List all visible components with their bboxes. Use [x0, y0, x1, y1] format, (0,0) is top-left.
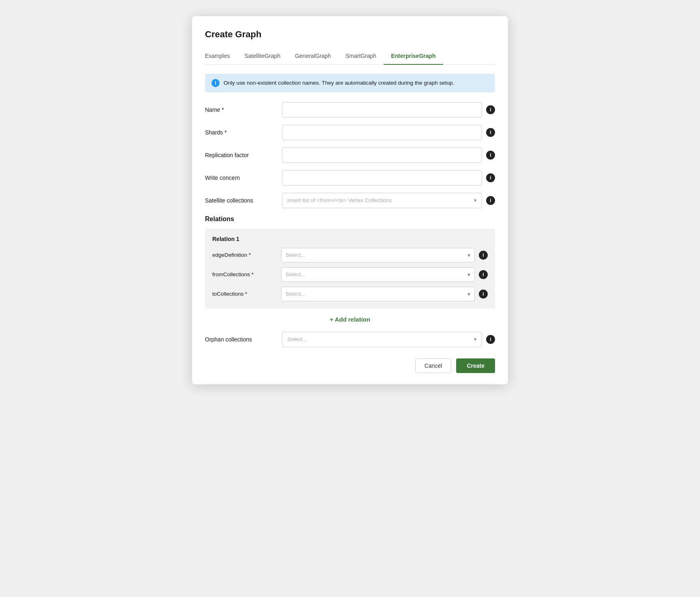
name-input[interactable] — [282, 102, 482, 117]
to-collections-select[interactable]: Select... ▾ — [281, 287, 475, 301]
replication-input[interactable] — [282, 147, 482, 163]
orphan-placeholder: Select... — [287, 336, 307, 342]
orphan-select-wrap: Select... ▾ i — [282, 332, 495, 347]
write-concern-label: Write concern — [205, 175, 282, 181]
satellite-select[interactable]: Insert list of <from>/<to> Vertex Collec… — [282, 193, 482, 208]
write-concern-field-row: Write concern i — [205, 170, 495, 185]
orphan-select[interactable]: Select... ▾ — [282, 332, 482, 347]
edge-definition-row: edgeDefinition * Select... ▾ i — [212, 248, 488, 262]
tab-examples[interactable]: Examples — [205, 49, 237, 65]
from-collections-placeholder: Select... — [286, 271, 305, 277]
tab-general[interactable]: GeneralGraph — [288, 49, 338, 65]
from-collections-select[interactable]: Select... ▾ — [281, 267, 475, 282]
from-collections-label: fromCollections * — [212, 271, 281, 277]
satellite-chevron-icon: ▾ — [474, 197, 477, 203]
from-collections-info-icon[interactable]: i — [479, 270, 488, 279]
from-collections-row: fromCollections * Select... ▾ i — [212, 267, 488, 282]
orphan-chevron-icon: ▾ — [474, 336, 477, 342]
orphan-info-icon[interactable]: i — [486, 335, 495, 344]
name-label: Name * — [205, 107, 282, 113]
page-title: Create Graph — [205, 29, 495, 40]
relation-1-title: Relation 1 — [212, 236, 488, 242]
replication-info-icon[interactable]: i — [486, 151, 495, 160]
add-relation-row: + Add relation — [205, 316, 495, 323]
create-graph-modal: Create Graph Examples SatelliteGraph Gen… — [192, 16, 508, 384]
edge-definition-placeholder: Select... — [286, 252, 305, 258]
replication-field-row: Replication factor i — [205, 147, 495, 163]
satellite-label: Satellite collections — [205, 197, 282, 204]
edge-chevron-icon: ▾ — [467, 252, 470, 258]
replication-input-wrap: i — [282, 147, 495, 163]
from-chevron-icon: ▾ — [467, 271, 470, 278]
info-banner: i Only use non-existent collection names… — [205, 74, 495, 92]
footer-buttons: Cancel Create — [205, 358, 495, 373]
to-collections-label: toCollections * — [212, 291, 281, 297]
add-relation-button[interactable]: + Add relation — [330, 316, 370, 323]
create-button[interactable]: Create — [456, 358, 495, 373]
tabs-bar: Examples SatelliteGraph GeneralGraph Sma… — [205, 49, 495, 65]
name-field-row: Name * i — [205, 102, 495, 117]
satellite-collections-row: Satellite collections Insert list of <fr… — [205, 193, 495, 208]
to-collections-info-icon[interactable]: i — [479, 290, 488, 298]
shards-label: Shards * — [205, 129, 282, 136]
relations-section-title: Relations — [205, 215, 495, 223]
satellite-info-icon[interactable]: i — [486, 196, 495, 205]
name-info-icon[interactable]: i — [486, 105, 495, 114]
write-concern-input-wrap: i — [282, 170, 495, 185]
replication-label: Replication factor — [205, 152, 282, 158]
to-collections-row: toCollections * Select... ▾ i — [212, 287, 488, 301]
cancel-button[interactable]: Cancel — [415, 358, 452, 373]
to-collections-placeholder: Select... — [286, 291, 305, 297]
edge-definition-label: edgeDefinition * — [212, 252, 281, 258]
to-chevron-icon: ▾ — [467, 291, 470, 297]
name-input-wrap: i — [282, 102, 495, 117]
edge-definition-select[interactable]: Select... ▾ — [281, 248, 475, 262]
shards-info-icon[interactable]: i — [486, 128, 495, 137]
tab-smart[interactable]: SmartGraph — [338, 49, 384, 65]
info-icon: i — [211, 79, 220, 87]
relation-1-box: Relation 1 edgeDefinition * Select... ▾ … — [205, 228, 495, 309]
shards-field-row: Shards * i — [205, 125, 495, 140]
satellite-select-wrap: Insert list of <from>/<to> Vertex Collec… — [282, 193, 495, 208]
shards-input-wrap: i — [282, 125, 495, 140]
satellite-placeholder: Insert list of <from>/<to> Vertex Collec… — [287, 197, 392, 203]
tab-satellite[interactable]: SatelliteGraph — [237, 49, 288, 65]
edge-definition-info-icon[interactable]: i — [479, 251, 488, 260]
shards-input[interactable] — [282, 125, 482, 140]
tab-enterprise[interactable]: EnterpriseGraph — [384, 49, 443, 65]
orphan-label: Orphan collections — [205, 336, 282, 343]
write-concern-input[interactable] — [282, 170, 482, 185]
write-concern-info-icon[interactable]: i — [486, 173, 495, 182]
info-banner-text: Only use non-existent collection names. … — [224, 80, 454, 86]
orphan-collections-row: Orphan collections Select... ▾ i — [205, 332, 495, 347]
